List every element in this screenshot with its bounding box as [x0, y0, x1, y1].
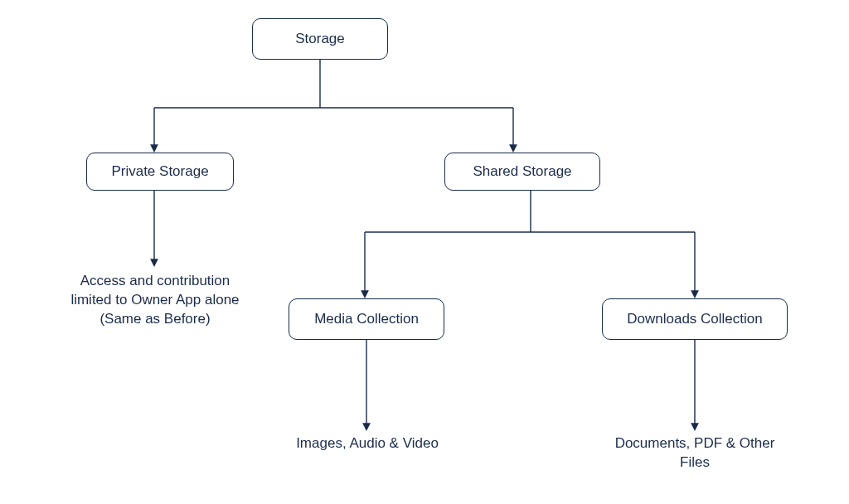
label-media-note: Images, Audio & Video	[289, 434, 446, 453]
node-media-collection: Media Collection	[289, 298, 444, 340]
label-private-note: Access and contribution limited to Owner…	[68, 272, 242, 329]
node-shared-storage: Shared Storage	[444, 153, 600, 191]
node-downloads-collection: Downloads Collection	[602, 298, 788, 340]
node-private-storage-label: Private Storage	[111, 163, 208, 180]
diagram-connectors	[0, 0, 849, 504]
node-storage: Storage	[252, 18, 388, 60]
node-media-collection-label: Media Collection	[314, 311, 419, 327]
node-private-storage: Private Storage	[86, 153, 234, 191]
node-storage-label: Storage	[295, 31, 345, 47]
node-shared-storage-label: Shared Storage	[473, 163, 571, 180]
label-downloads-note: Documents, PDF & Other Files	[612, 434, 778, 472]
node-downloads-collection-label: Downloads Collection	[627, 311, 762, 327]
